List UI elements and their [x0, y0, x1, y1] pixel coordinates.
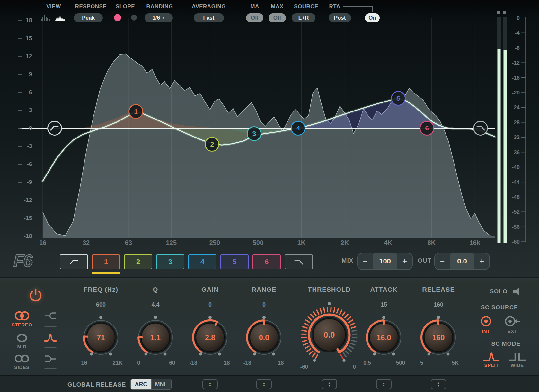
power-button[interactable]	[28, 288, 43, 303]
sc-mode-split-button[interactable]: SPLIT	[481, 352, 502, 368]
hp-filter-button[interactable]	[60, 254, 88, 269]
band-node-6[interactable]: 6	[420, 121, 434, 136]
lowpass-icon	[294, 258, 304, 265]
channel-stereo-button[interactable]: STEREO	[10, 310, 33, 327]
f6-logo: F6	[12, 250, 41, 272]
out-plus-button[interactable]: +	[474, 253, 489, 269]
range-value: 0.0	[259, 334, 269, 342]
band-node-2[interactable]: 2	[205, 137, 219, 152]
band-button-2[interactable]: 2	[124, 254, 152, 269]
band-button-1[interactable]: 1	[92, 254, 120, 269]
solo-group: SOLO	[459, 287, 524, 296]
highpass-node[interactable]	[47, 121, 62, 136]
lowpass-icon	[476, 125, 485, 131]
ext-icon	[503, 314, 522, 328]
sc-mode-wide-button[interactable]: WIDE	[505, 352, 529, 368]
threshold-value: 0.0	[324, 330, 335, 339]
stepper-down[interactable]: ▼	[328, 384, 331, 387]
band-button-6[interactable]: 6	[252, 254, 281, 269]
freq-min-label: 16	[71, 360, 98, 366]
global-release-label: GLOBAL RELEASE	[55, 381, 126, 388]
selected-band-underline	[92, 272, 120, 274]
mix-control: − 100 +	[357, 253, 413, 270]
speaker-icon[interactable]	[512, 287, 524, 296]
release-value: 160	[432, 334, 445, 342]
attack-value: 16.0	[377, 334, 391, 342]
stepper-down[interactable]: ▼	[263, 384, 266, 387]
release-min-label: 5	[408, 360, 435, 366]
int-icon	[479, 314, 493, 328]
band-button-4[interactable]: 4	[188, 254, 216, 269]
split-icon	[483, 352, 500, 362]
value-stepper[interactable]: ▲▼	[322, 379, 337, 389]
sides-icon	[13, 353, 31, 364]
mid-label: MID	[10, 344, 33, 349]
channel-mid-button[interactable]: MID	[10, 333, 33, 349]
stereo-label: STEREO	[10, 322, 33, 327]
filter-divider	[44, 368, 57, 369]
filter-type-highshelf-icon[interactable]	[44, 354, 57, 364]
value-stepper[interactable]: ▲▼	[202, 379, 218, 389]
attack-min-label: 0.5	[354, 360, 381, 366]
stereo-icon	[13, 310, 31, 322]
sides-label: SIDES	[10, 364, 33, 370]
band-button-3[interactable]: 3	[156, 254, 184, 269]
svg-text:F6: F6	[13, 251, 33, 270]
threshold-min-label: -60	[291, 364, 318, 370]
release-default-value: 160	[400, 301, 477, 308]
solo-label: SOLO	[490, 288, 508, 295]
out-label: OUT	[412, 257, 437, 265]
mix-plus-button[interactable]: +	[397, 253, 412, 269]
ext-label: EXT	[501, 328, 524, 334]
gain-value: 2.8	[205, 334, 215, 342]
filter-type-lowshelf-icon[interactable]	[44, 311, 57, 321]
band-node-3[interactable]: 3	[247, 126, 261, 141]
out-control: − 0.0 +	[434, 253, 490, 270]
band-node-1[interactable]: 1	[128, 104, 143, 119]
wide-label: WIDE	[505, 362, 529, 368]
filter-type-bell-icon[interactable]	[44, 332, 57, 343]
value-stepper[interactable]: ▲▼	[376, 379, 392, 389]
out-minus-button[interactable]: −	[435, 253, 450, 269]
filter-divider	[44, 347, 57, 348]
sc-source-label: SC SOURCE	[467, 304, 532, 311]
sc-source-int-button[interactable]: INT	[475, 314, 497, 334]
value-stepper[interactable]: ▲▼	[431, 379, 446, 389]
stepper-down[interactable]: ▼	[383, 384, 385, 387]
highpass-icon	[69, 258, 79, 265]
highpass-icon	[50, 125, 59, 131]
gain-min-label: -18	[180, 360, 207, 366]
stepper-down[interactable]: ▼	[437, 384, 440, 387]
band-button-5[interactable]: 5	[220, 254, 249, 269]
lp-filter-button[interactable]	[285, 254, 313, 269]
mix-minus-button[interactable]: −	[358, 253, 373, 269]
eq-node-layer: 123456	[0, 0, 539, 277]
channel-sides-button[interactable]: SIDES	[10, 353, 33, 370]
q-min-label: 0	[125, 360, 152, 366]
int-label: INT	[475, 328, 497, 334]
mid-icon	[13, 333, 31, 344]
mnl-button[interactable]: MNL	[151, 379, 171, 389]
global-release-toggle: ARC MNL	[130, 379, 172, 390]
band-node-5[interactable]: 5	[391, 91, 406, 106]
sc-mode-label: SC MODE	[474, 341, 538, 347]
filter-divider	[44, 326, 57, 327]
q-value: 1.1	[150, 334, 161, 342]
lowpass-node[interactable]	[473, 121, 488, 136]
out-value[interactable]: 0.0	[450, 253, 474, 269]
range-max-label: 18	[267, 360, 294, 366]
sc-source-ext-button[interactable]: EXT	[501, 314, 524, 334]
split-label: SPLIT	[481, 362, 502, 368]
mix-label: MIX	[335, 257, 360, 265]
band-node-4[interactable]: 4	[291, 121, 305, 136]
value-stepper[interactable]: ▲▼	[256, 379, 272, 389]
wide-icon	[507, 352, 527, 362]
range-min-label: -18	[234, 360, 261, 366]
stepper-down[interactable]: ▼	[209, 384, 212, 387]
mix-value[interactable]: 100	[373, 253, 397, 269]
freq-value: 71	[97, 334, 105, 342]
arc-button[interactable]: ARC	[131, 379, 151, 389]
release-max-label: 5K	[442, 360, 469, 366]
